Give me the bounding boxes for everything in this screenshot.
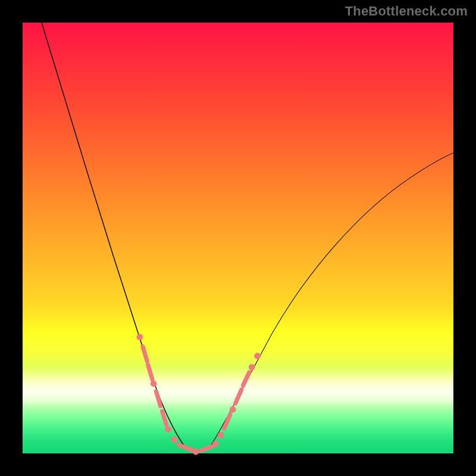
svg-point-3: [151, 381, 156, 387]
plot-area: [23, 23, 453, 453]
svg-point-6: [165, 426, 171, 432]
curve-layer: [23, 23, 453, 453]
marker-cluster-right: [218, 353, 261, 438]
svg-point-7: [171, 437, 177, 443]
svg-point-14: [230, 406, 236, 412]
svg-point-17: [249, 364, 255, 370]
bottleneck-curve-right: [209, 151, 458, 449]
bottleneck-curve-left: [37, 10, 185, 447]
svg-line-2: [148, 365, 152, 380]
svg-line-1: [143, 346, 147, 361]
svg-point-12: [218, 433, 224, 439]
marker-cluster-bottom: [171, 437, 219, 455]
svg-line-10: [201, 446, 212, 450]
svg-line-15: [236, 390, 242, 403]
svg-point-0: [137, 334, 143, 340]
svg-line-13: [224, 415, 230, 428]
svg-point-9: [193, 449, 199, 455]
figure-container: TheBottleneck.com: [0, 0, 476, 476]
svg-line-4: [156, 392, 160, 406]
svg-line-8: [178, 445, 192, 450]
svg-line-16: [243, 372, 249, 386]
svg-point-18: [255, 353, 261, 359]
marker-cluster-left: [137, 334, 171, 432]
watermark-text: TheBottleneck.com: [345, 4, 468, 19]
svg-point-11: [212, 441, 218, 447]
